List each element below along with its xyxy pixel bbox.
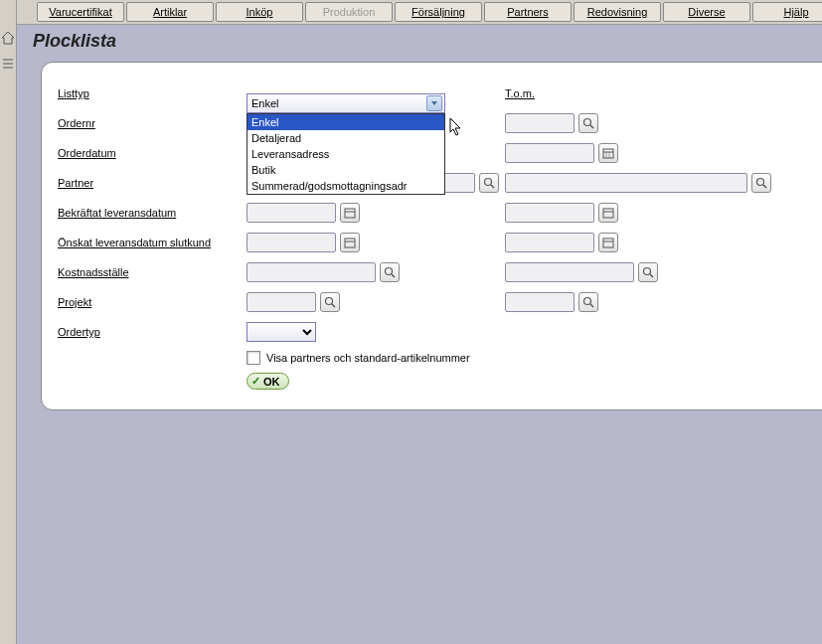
calendar-icon[interactable] <box>340 203 360 223</box>
nav-tab-partners[interactable]: Partners <box>484 2 572 22</box>
nav-tab-diverse[interactable]: Diverse <box>663 2 750 22</box>
label-bekraftat[interactable]: Bekräftat leveransdatum <box>58 207 247 219</box>
svg-point-25 <box>326 298 333 305</box>
label-listtyp[interactable]: Listtyp <box>58 87 247 99</box>
label-orderdatum[interactable]: Orderdatum <box>58 147 247 159</box>
search-icon[interactable] <box>638 262 658 282</box>
projekt-to-input[interactable] <box>505 292 575 312</box>
svg-line-12 <box>763 185 766 188</box>
left-rail <box>0 0 17 644</box>
onskat-from-input[interactable] <box>247 233 336 252</box>
listtyp-selected: Enkel <box>251 97 279 109</box>
nav-tab-produktion: Produktion <box>305 2 393 22</box>
visa-partners-checkbox[interactable] <box>247 351 260 365</box>
svg-line-26 <box>332 304 335 307</box>
svg-rect-15 <box>603 209 613 218</box>
bekraftat-from-input[interactable] <box>247 203 336 223</box>
search-icon[interactable] <box>751 173 771 193</box>
label-onskat[interactable]: Önskat leveransdatum slutkund <box>58 237 247 248</box>
listtyp-option[interactable]: Enkel <box>247 114 444 130</box>
partner-to-input[interactable] <box>505 173 747 193</box>
ordertyp-select[interactable] <box>247 322 316 342</box>
nav-tab-hjälp[interactable]: Hjälp <box>752 2 822 22</box>
label-kostnad[interactable]: Kostnadsställe <box>58 266 247 278</box>
search-icon[interactable] <box>320 292 340 312</box>
svg-line-24 <box>650 274 653 277</box>
nav-tab-försäljning[interactable]: Försäljning <box>395 2 482 22</box>
listtyp-option[interactable]: Summerad/godsmottagningsadr <box>247 178 444 194</box>
svg-rect-5 <box>603 149 613 158</box>
listtyp-option[interactable]: Butik <box>247 162 444 178</box>
nav-tab-inköp[interactable]: Inköp <box>216 2 303 22</box>
listtyp-options: EnkelDetaljeradLeveransadressButikSummer… <box>247 113 445 195</box>
svg-point-9 <box>485 179 492 186</box>
onskat-to-input[interactable] <box>505 233 594 252</box>
svg-line-10 <box>491 185 494 188</box>
svg-line-4 <box>590 125 593 128</box>
svg-line-28 <box>590 304 593 307</box>
listtyp-dropdown[interactable]: Enkel EnkelDetaljeradLeveransadressButik… <box>247 93 445 195</box>
kostnad-to-input[interactable] <box>505 262 634 282</box>
calendar-icon[interactable] <box>340 233 360 252</box>
label-partner[interactable]: Partner <box>58 177 247 189</box>
label-ordernr[interactable]: Ordernr <box>58 117 247 129</box>
search-icon[interactable] <box>578 113 598 133</box>
projekt-from-input[interactable] <box>247 292 316 312</box>
ok-button[interactable]: ✓ OK <box>247 373 289 390</box>
label-tom[interactable]: T.o.m. <box>505 87 783 99</box>
calendar-icon[interactable] <box>598 233 618 252</box>
svg-rect-17 <box>345 239 355 247</box>
bekraftat-to-input[interactable] <box>505 203 594 223</box>
label-projekt[interactable]: Projekt <box>58 296 247 308</box>
search-icon[interactable] <box>479 173 499 193</box>
visa-partners-label: Visa partners och standard-artikelnummer <box>266 352 470 364</box>
nav-tab-redovisning[interactable]: Redovisning <box>574 2 661 22</box>
svg-rect-13 <box>345 209 355 218</box>
check-icon: ✓ <box>251 375 260 388</box>
orderdatum-to-input[interactable] <box>505 143 594 163</box>
kostnad-from-input[interactable] <box>247 262 376 282</box>
calendar-icon[interactable] <box>598 203 618 223</box>
top-nav: VarucertifikatArtiklarInköpProduktionFör… <box>17 0 822 25</box>
list-icon[interactable] <box>0 56 16 72</box>
form-panel: Listtyp Enkel EnkelDetaljeradLeveransadr… <box>41 62 822 410</box>
svg-point-3 <box>584 119 591 126</box>
nav-tab-varucertifikat[interactable]: Varucertifikat <box>37 2 124 22</box>
svg-point-27 <box>584 298 591 305</box>
nav-tab-artiklar[interactable]: Artiklar <box>126 2 214 22</box>
page-title: Plocklista <box>17 25 822 58</box>
svg-line-22 <box>392 274 395 277</box>
calendar-icon[interactable] <box>598 143 618 163</box>
search-icon[interactable] <box>578 292 598 312</box>
listtyp-option[interactable]: Leveransadress <box>247 146 444 162</box>
svg-point-23 <box>644 268 651 275</box>
listtyp-option[interactable]: Detaljerad <box>247 130 444 146</box>
listtyp-select[interactable]: Enkel <box>247 93 445 113</box>
ordernr-to-input[interactable] <box>505 113 575 133</box>
search-icon[interactable] <box>380 262 400 282</box>
svg-rect-19 <box>603 239 613 247</box>
ok-label: OK <box>263 376 280 388</box>
label-ordertyp[interactable]: Ordertyp <box>58 326 247 338</box>
svg-point-21 <box>386 268 393 275</box>
chevron-down-icon[interactable] <box>426 95 442 111</box>
home-icon[interactable] <box>0 30 16 46</box>
svg-point-11 <box>757 179 764 186</box>
